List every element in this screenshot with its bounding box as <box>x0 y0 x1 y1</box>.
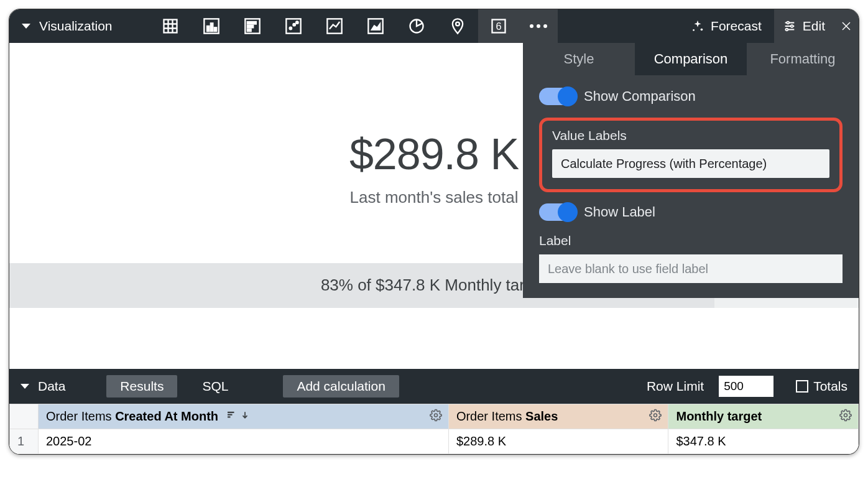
tab-style[interactable]: Style <box>523 43 635 75</box>
edit-panel-tabs: Style Comparison Formatting <box>523 43 859 75</box>
bar-chart-icon[interactable] <box>232 9 273 43</box>
totals-checkbox[interactable] <box>796 380 808 393</box>
column-prefix: Order Items <box>46 409 115 423</box>
viz-type-icons: 6 <box>150 9 558 43</box>
svg-point-25 <box>693 29 695 31</box>
pie-chart-icon[interactable] <box>396 9 437 43</box>
caret-down-icon <box>22 24 30 29</box>
svg-rect-10 <box>247 22 256 24</box>
column-prefix: Order Items <box>456 409 525 423</box>
tab-comparison[interactable]: Comparison <box>635 43 747 75</box>
visualization-collapse[interactable]: Visualization <box>9 19 113 34</box>
scatter-chart-icon[interactable] <box>273 9 314 43</box>
close-icon <box>841 21 852 32</box>
show-label-toggle[interactable] <box>539 203 576 221</box>
show-comparison-label: Show Comparison <box>584 88 696 105</box>
close-edit-button[interactable] <box>834 9 859 43</box>
single-value-viz-icon[interactable]: 6 <box>478 9 519 43</box>
gear-icon <box>649 409 662 421</box>
single-value-subtitle: Last month's sales total <box>350 188 519 207</box>
column-name: Monthly target <box>676 409 762 423</box>
column-header-created-at-month[interactable]: Order Items Created At Month <box>39 404 449 429</box>
sliders-icon <box>783 19 796 33</box>
sort-bars-icon <box>226 409 237 421</box>
rownum-header <box>10 404 39 429</box>
tab-formatting[interactable]: Formatting <box>747 43 859 75</box>
edit-button[interactable]: Edit <box>774 9 834 43</box>
label-input[interactable] <box>539 254 843 283</box>
forecast-label: Forecast <box>711 19 762 34</box>
value-labels-highlight: Value Labels Calculate Progress (with Pe… <box>539 118 843 192</box>
svg-point-16 <box>296 21 298 24</box>
caret-down-icon <box>21 384 29 389</box>
data-toolbar: Data Results SQL Add calculation Row Lim… <box>9 369 859 404</box>
svg-point-24 <box>701 29 703 31</box>
single-value-number: $289.8 K <box>349 129 519 179</box>
totals-label: Totals <box>813 379 847 394</box>
svg-rect-12 <box>247 29 251 32</box>
svg-point-14 <box>289 27 292 30</box>
add-calculation-button[interactable]: Add calculation <box>283 375 399 398</box>
sort-indicator[interactable] <box>226 409 249 421</box>
app-frame: Visualization <box>9 9 859 455</box>
svg-rect-34 <box>228 412 234 413</box>
show-comparison-toggle[interactable] <box>539 88 576 105</box>
row-limit-label: Row Limit <box>647 379 704 394</box>
column-header-monthly-target[interactable]: Monthly target <box>668 404 859 429</box>
table-row: 1 2025-02 $289.8 K $347.8 K <box>10 429 859 454</box>
results-tab[interactable]: Results <box>106 375 177 398</box>
map-viz-icon[interactable] <box>437 9 478 43</box>
main-content-row: $289.8 K Last month's sales total 83% of… <box>9 43 859 369</box>
column-gear-button[interactable] <box>430 409 442 424</box>
ellipsis-icon <box>530 24 547 28</box>
cell-sales[interactable]: $289.8 K <box>448 429 668 454</box>
edit-label: Edit <box>803 19 825 34</box>
svg-point-31 <box>785 29 788 31</box>
svg-point-15 <box>293 24 295 26</box>
svg-point-21 <box>456 22 459 26</box>
results-table: Order Items Created At Month Order Items… <box>9 404 859 454</box>
column-name: Sales <box>525 409 558 423</box>
cell-month[interactable]: 2025-02 <box>39 429 449 454</box>
progress-text: 83% of $347.8 K Monthly target <box>321 276 547 295</box>
more-viz-types-button[interactable] <box>519 9 558 43</box>
column-gear-button[interactable] <box>649 409 662 424</box>
svg-rect-8 <box>214 27 216 31</box>
svg-point-30 <box>791 25 793 27</box>
svg-rect-11 <box>247 26 252 28</box>
table-viz-icon[interactable] <box>150 9 191 43</box>
value-labels-select[interactable]: Calculate Progress (with Percentage) <box>552 149 829 178</box>
column-header-sales[interactable]: Order Items Sales <box>448 404 668 429</box>
visualization-toolbar: Visualization <box>9 9 859 43</box>
row-limit-input[interactable] <box>719 376 773 397</box>
svg-rect-0 <box>164 20 177 33</box>
line-chart-icon[interactable] <box>314 9 355 43</box>
area-chart-icon[interactable] <box>355 9 396 43</box>
column-chart-icon[interactable] <box>191 9 232 43</box>
data-collapse[interactable]: Data <box>21 379 65 394</box>
arrow-down-icon <box>241 411 249 419</box>
value-labels-label: Value Labels <box>552 128 829 143</box>
svg-point-39 <box>654 414 657 417</box>
show-label-label: Show Label <box>584 204 655 220</box>
gear-icon <box>839 409 852 421</box>
svg-rect-6 <box>207 26 210 31</box>
sql-tab[interactable]: SQL <box>188 375 242 398</box>
svg-point-40 <box>844 414 847 417</box>
svg-rect-7 <box>210 23 213 31</box>
label-field-label: Label <box>539 233 843 248</box>
column-gear-button[interactable] <box>839 409 852 424</box>
forecast-button[interactable]: Forecast <box>678 9 774 43</box>
column-name: Created At Month <box>115 409 218 423</box>
svg-rect-36 <box>228 416 231 417</box>
gear-icon <box>430 409 442 421</box>
value-labels-selected: Calculate Progress (with Percentage) <box>561 157 767 171</box>
row-number: 1 <box>10 429 39 454</box>
cell-target[interactable]: $347.8 K <box>668 429 859 454</box>
svg-rect-35 <box>228 414 233 416</box>
svg-marker-19 <box>370 22 380 30</box>
svg-point-29 <box>787 22 789 24</box>
svg-text:6: 6 <box>496 21 501 32</box>
forecast-sparkle-icon <box>691 19 704 33</box>
svg-point-38 <box>434 414 437 417</box>
